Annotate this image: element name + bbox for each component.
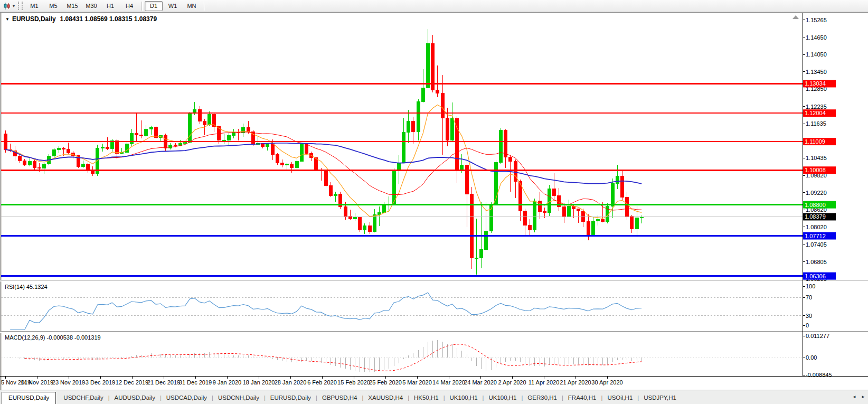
price-tick-label: 1.14650: [806, 34, 827, 41]
timeframe-buttons: M1M5M15M30H1H4D1W1MN: [25, 1, 207, 11]
price-badge: 1.11009: [805, 138, 825, 145]
tab-eurusd-daily[interactable]: EURUSD,Daily: [266, 392, 316, 404]
date-label: 2 Apr 2020: [498, 379, 526, 386]
timeframe-button-m1[interactable]: M1: [25, 1, 43, 11]
date-label: 15 Feb 2020: [337, 379, 370, 386]
date-label: 21 Apr 2020: [560, 379, 591, 386]
timeframe-button-m30[interactable]: M30: [82, 1, 100, 11]
price-tick-label: 1.11635: [806, 120, 826, 127]
price-badge: 1.06306: [805, 273, 826, 279]
price-tick-label: 1.07405: [806, 241, 827, 248]
timeframe-button-m5[interactable]: M5: [44, 1, 62, 11]
tab-scroll-left-button[interactable]: ◄: [852, 394, 856, 399]
timeframe-button-m15[interactable]: M15: [63, 1, 81, 11]
price-badge: 1.07712: [805, 233, 826, 239]
date-label: 6 Feb 2020: [307, 379, 337, 386]
date-label: 3 Dec 2019: [86, 379, 115, 386]
tab-fra40-h1[interactable]: FRA40,H1: [563, 392, 601, 404]
tab-usdcad-daily[interactable]: USDCAD,Daily: [162, 392, 212, 404]
rsi-tick-label: 30: [806, 313, 812, 319]
price-badge: 1.12004: [805, 110, 826, 116]
date-label: 24 Mar 2020: [464, 379, 497, 386]
timeframe-button-mn[interactable]: MN: [183, 1, 201, 11]
date-label: 31 Dec 2019: [179, 379, 212, 386]
price-tick-label: 1.09220: [806, 190, 827, 196]
price-tick-label: 1.13450: [806, 69, 827, 75]
chart-type-button[interactable]: ▾: [3, 2, 15, 11]
price-tick-label: 1.08020: [806, 224, 827, 230]
collapse-chart-icon[interactable]: ▼: [5, 17, 10, 22]
price-badge: 1.13034: [805, 80, 826, 87]
macd-tick-label: 0.011277: [806, 333, 829, 339]
timeframe-toolbar: ▾ M1M5M15M30H1H4D1W1MN: [0, 0, 868, 12]
tab-uk100-h1[interactable]: UK100,H1: [484, 392, 521, 404]
date-label: 5 Mar 2020: [402, 379, 432, 386]
rsi-tick-label: 0: [806, 322, 809, 328]
rsi-indicator-label: RSI(14) 45.1324: [5, 284, 48, 290]
tab-scroll-right-button[interactable]: ►: [861, 394, 865, 399]
price-tick-label: 1.15265: [806, 17, 827, 23]
ohlc-readout: 1.08431 1.08569 1.08315 1.08379: [60, 15, 157, 23]
price-chart[interactable]: 1.152651.146501.140501.134501.128501.122…: [0, 12, 868, 390]
price-badge: 1.08800: [805, 202, 826, 208]
tab-usdcnh-daily[interactable]: USDCNH,Daily: [213, 392, 264, 404]
date-label: 18 Jan 2020: [243, 379, 275, 386]
date-label: 21 Dec 2019: [147, 379, 180, 386]
chart-title-bar: ▼EURUSD,Daily1.08431 1.08569 1.08315 1.0…: [5, 15, 157, 23]
date-label: 23 Nov 2019: [52, 379, 85, 386]
dropdown-caret-icon: ▾: [13, 4, 15, 8]
macd-indicator-label: MACD(12,26,9) -0.000538 -0.001319: [5, 334, 101, 341]
timeframe-button-h4[interactable]: H4: [120, 1, 138, 11]
date-label: 14 Mar 2020: [432, 379, 465, 386]
tab-usoil-h1[interactable]: USOil,H1: [602, 392, 637, 404]
price-badge: 1.08379: [805, 213, 826, 220]
tab-usdjpy-h1[interactable]: USDJPY,H1: [639, 392, 681, 404]
tab-eurusd-daily[interactable]: EURUSD,Daily: [2, 392, 56, 404]
rsi-tick-label: 100: [806, 283, 815, 289]
rsi-tick-label: 70: [806, 294, 812, 300]
price-tick-label: 1.06805: [806, 259, 827, 265]
chart-tab-bar: EURUSD,DailyUSDCHF,Daily|AUDUSD,Daily|US…: [0, 390, 868, 404]
tab-audusd-daily[interactable]: AUDUSD,Daily: [110, 392, 160, 404]
timeframe-button-h1[interactable]: H1: [101, 1, 119, 11]
tab-gbpusd-h4[interactable]: GBPUSD,H4: [317, 392, 362, 404]
price-tick-label: 1.14050: [806, 51, 827, 58]
timeframe-button-d1[interactable]: D1: [145, 1, 163, 11]
tab-uk100-h1[interactable]: UK100,H1: [445, 392, 483, 404]
timeframe-button-w1[interactable]: W1: [164, 1, 182, 11]
date-label: 12 Dec 2019: [116, 379, 148, 386]
date-label: 9 Jan 2020: [213, 379, 241, 386]
tab-xauusd-h4[interactable]: XAUUSD,H4: [363, 392, 408, 404]
macd-tick-label: -0.008845: [806, 372, 832, 378]
date-label: 30 Apr 2020: [591, 379, 622, 386]
tab-ger30-h1[interactable]: GER30,H1: [523, 392, 562, 404]
mt4-window: ▾ M1M5M15M30H1H4D1W1MN 1.152651.146501.1…: [0, 0, 868, 404]
macd-tick-label: 0.00: [806, 354, 817, 361]
chart-title: EURUSD,Daily: [12, 15, 56, 23]
date-label: 28 Jan 2020: [275, 379, 307, 386]
toolbar-grip[interactable]: [18, 2, 23, 10]
tab-usdchf-daily[interactable]: USDCHF,Daily: [59, 392, 108, 404]
date-label: 25 Feb 2020: [369, 379, 402, 386]
date-label: 14 Nov 2019: [21, 379, 53, 386]
price-tick-label: 1.10435: [806, 155, 827, 161]
candlestick-chart-icon: [3, 2, 11, 10]
tab-scroll-buttons: ◄ ►: [848, 394, 865, 399]
toolbar-separator: [204, 2, 205, 11]
date-label: 11 Apr 2020: [529, 379, 560, 386]
price-tick-label: 1.12235: [806, 104, 827, 110]
price-badge: 1.10008: [805, 167, 826, 173]
toolbar-separator: [141, 2, 143, 11]
tab-hk50-h1[interactable]: HK50,H1: [409, 392, 444, 404]
